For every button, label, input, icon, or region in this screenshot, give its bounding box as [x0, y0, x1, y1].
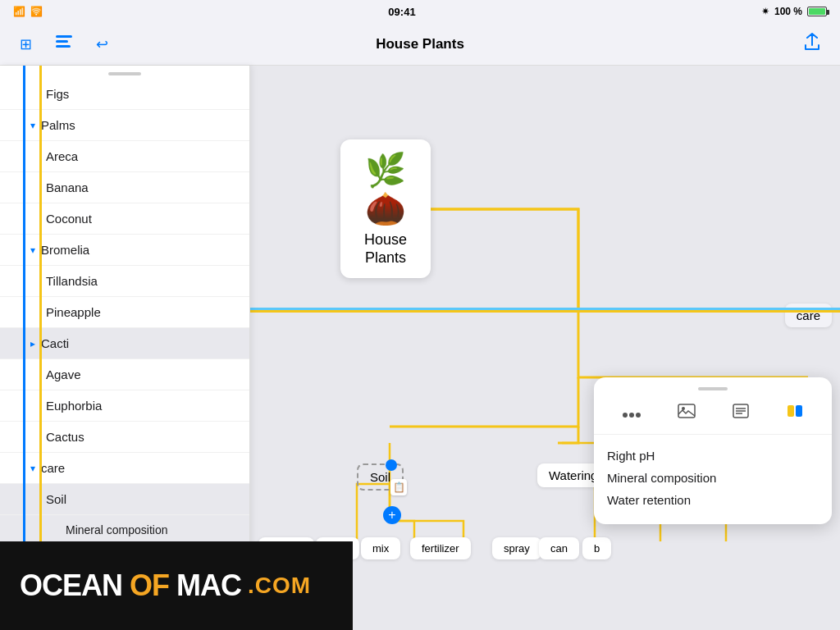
wifi-icon: 🛜: [30, 6, 43, 17]
sidebar-item-pineapple[interactable]: Pineapple: [0, 297, 249, 328]
canvas-hline-yellow: [250, 310, 840, 313]
bluetooth-icon: ✴: [761, 6, 769, 17]
root-node-emoji: 🌿🌰: [349, 151, 422, 228]
sidebar-item-agave[interactable]: Agave: [0, 359, 249, 390]
svg-rect-0: [56, 35, 72, 38]
b-sub-node[interactable]: b: [582, 537, 611, 559]
battery-percent: 100 %: [774, 6, 802, 17]
soil-dot: [386, 459, 397, 471]
svg-point-5: [636, 413, 641, 418]
popup-text-button[interactable]: [726, 400, 756, 426]
spray-sub-node[interactable]: spray: [492, 537, 541, 559]
signal-icon: 📶: [13, 6, 25, 17]
popup-style-button[interactable]: [779, 400, 810, 426]
root-node-text: House Plants: [364, 231, 407, 267]
sidebar-item-banana[interactable]: Banana: [0, 172, 249, 203]
svg-point-3: [623, 413, 628, 418]
popup-image-button[interactable]: [671, 400, 702, 426]
sidebar-item-bromelia[interactable]: ▾ Bromelia: [0, 235, 249, 266]
status-bar: 📶 🛜 09:41 ✴ 100 %: [0, 0, 840, 23]
chevron-down-icon: ▾: [25, 244, 41, 256]
sidebar-item-soil[interactable]: Soil: [0, 484, 249, 515]
watermark: OCEAN OF MAC .COM: [0, 541, 353, 630]
page-title: House Plants: [376, 36, 464, 52]
status-right: ✴ 100 %: [761, 6, 827, 17]
popup-line-2: Mineral composition: [607, 467, 819, 489]
watermark-text: OCEAN OF MAC: [20, 568, 241, 603]
sidebar-item-coconut[interactable]: Coconut: [0, 203, 249, 235]
grid-view-button[interactable]: ⊞: [13, 32, 39, 57]
svg-point-4: [629, 413, 634, 418]
status-left: 📶 🛜: [13, 6, 43, 17]
sidebar-item-areca[interactable]: Areca: [0, 141, 249, 172]
chevron-down-icon: ▾: [25, 463, 41, 474]
outline-view-button[interactable]: [48, 31, 80, 57]
popup-line-1: Right pH: [607, 445, 819, 467]
battery-icon: [807, 7, 827, 16]
toolbar-left: ⊞ ↩: [13, 31, 115, 57]
soil-icon-badge: 📋: [390, 479, 407, 495]
sidebar-item-cactus[interactable]: Cactus: [0, 422, 249, 453]
svg-rect-2: [56, 45, 71, 48]
root-node[interactable]: 🌿🌰 House Plants: [340, 139, 431, 278]
status-time: 09:41: [388, 6, 415, 18]
mix-sub-node[interactable]: mix: [361, 537, 400, 559]
popup-more-button[interactable]: [616, 400, 647, 426]
sidebar-item-tillandsia[interactable]: Tillandsia: [0, 266, 249, 297]
popup-toolbar: [594, 400, 832, 435]
popup-panel: Right pH Mineral composition Water reten…: [594, 377, 832, 524]
soil-node[interactable]: Soil 📋: [357, 463, 404, 491]
sidebar-item-figs[interactable]: Figs: [0, 79, 249, 110]
can-sub-node[interactable]: can: [539, 537, 579, 559]
sidebar-item-care[interactable]: ▾ care: [0, 453, 249, 484]
svg-rect-13: [796, 405, 802, 417]
sidebar-item-palms[interactable]: ▾ Palms: [0, 110, 249, 141]
sidebar-item-cacti[interactable]: ▸ Cacti: [0, 328, 249, 359]
sidebar-item-euphorbia[interactable]: Euphorbia: [0, 390, 249, 422]
svg-rect-12: [788, 405, 794, 417]
add-node-button[interactable]: +: [383, 506, 401, 524]
sidebar-handle: [108, 72, 141, 75]
toolbar: ⊞ ↩ House Plants: [0, 23, 840, 66]
chevron-right-icon: ▸: [25, 338, 41, 349]
toolbar-right: [797, 30, 827, 58]
undo-button[interactable]: ↩: [89, 32, 115, 57]
fertilizer-sub-node[interactable]: fertilizer: [410, 537, 471, 559]
watermark-dotcom: .COM: [248, 573, 311, 599]
popup-handle: [698, 387, 728, 390]
popup-content: Right pH Mineral composition Water reten…: [594, 435, 832, 511]
share-button[interactable]: [797, 30, 827, 58]
chevron-down-icon: ▾: [25, 120, 41, 131]
svg-rect-1: [56, 40, 68, 43]
popup-line-3: Water retention: [607, 489, 819, 511]
